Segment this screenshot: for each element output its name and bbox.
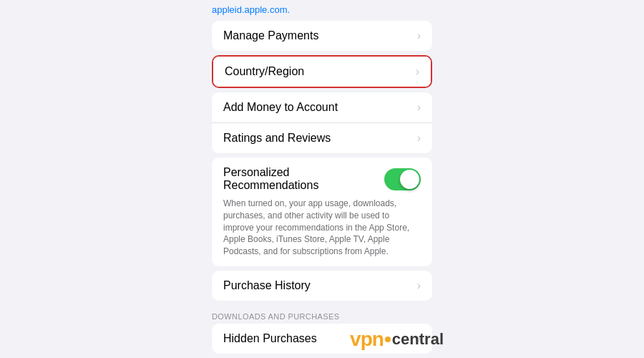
vpncentral-watermark: vpn central [350, 328, 444, 351]
vpn-dot-icon [385, 337, 391, 342]
chevron-icon: › [417, 29, 421, 42]
country-region-card: Country/Region › [212, 55, 432, 88]
vpn-central-text: central [392, 330, 444, 349]
country-region-item[interactable]: Country/Region › [213, 57, 431, 87]
appleid-link[interactable]: appleid.apple.com. [200, 0, 444, 21]
downloads-section-label: DOWNLOADS AND PURCHASES [200, 305, 444, 324]
manage-payments-item[interactable]: Manage Payments › [212, 21, 432, 51]
add-money-card: Add Money to Account › Ratings and Revie… [212, 92, 432, 153]
ratings-reviews-label: Ratings and Reviews [223, 132, 331, 145]
phone-frame: appleid.apple.com. Manage Payments › Cou… [200, 0, 444, 358]
toggle-thumb [400, 170, 419, 189]
personalized-description: When turned on, your app usage, download… [223, 198, 421, 258]
ratings-reviews-item[interactable]: Ratings and Reviews › [212, 123, 432, 153]
vpn-text: vpn [350, 328, 384, 351]
personalized-card: Personalized Recommendations When turned… [212, 158, 432, 266]
chevron-icon: › [417, 132, 421, 145]
personalized-label: Personalized Recommendations [223, 166, 384, 192]
chevron-icon: › [417, 279, 421, 292]
purchase-history-label: Purchase History [223, 279, 311, 292]
country-region-label: Country/Region [225, 65, 304, 78]
manage-payments-card: Manage Payments › [212, 21, 432, 51]
toggle-track[interactable] [384, 168, 421, 190]
manage-payments-label: Manage Payments [223, 29, 318, 42]
purchase-history-card: Purchase History › [212, 271, 432, 301]
chevron-icon: › [417, 101, 421, 114]
add-money-label: Add Money to Account [223, 101, 338, 114]
personalized-toggle[interactable] [384, 168, 421, 190]
add-money-item[interactable]: Add Money to Account › [212, 92, 432, 123]
chevron-icon: › [416, 65, 419, 78]
personalized-header: Personalized Recommendations [223, 166, 421, 192]
hidden-purchases-label: Hidden Purchases [223, 332, 317, 345]
purchase-history-item[interactable]: Purchase History › [212, 271, 432, 301]
